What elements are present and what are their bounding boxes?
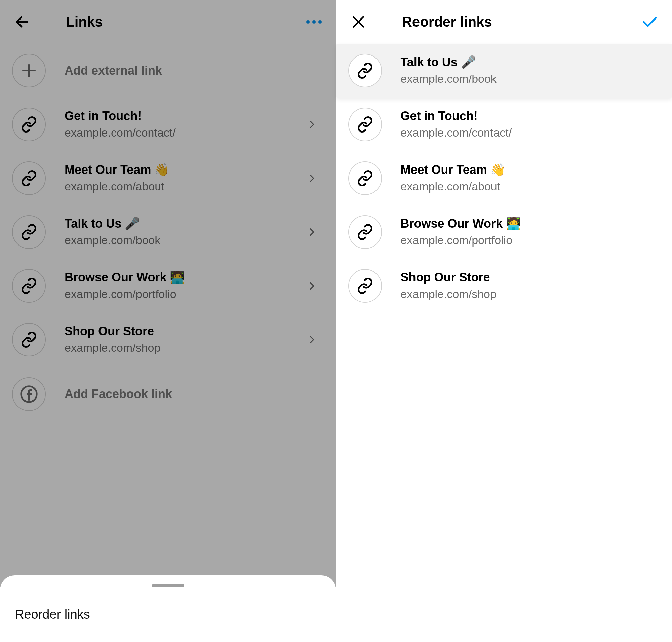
link-title: Meet Our Team 👋 xyxy=(401,162,660,178)
close-button[interactable] xyxy=(348,12,369,32)
chevron-right-icon xyxy=(307,171,317,185)
link-row[interactable]: Get in Touch!example.com/contact/ xyxy=(0,98,336,151)
link-title: Talk to Us 🎤 xyxy=(401,54,660,70)
more-horizontal-icon xyxy=(306,20,322,24)
add-external-link-row[interactable]: Add external link xyxy=(0,44,336,98)
link-url: example.com/shop xyxy=(65,340,305,356)
link-icon-circle xyxy=(12,269,46,303)
reorder-link-row[interactable]: Talk to Us 🎤example.com/book xyxy=(336,44,672,98)
link-icon xyxy=(20,331,38,348)
link-icon-circle xyxy=(348,54,382,88)
link-title: Shop Our Store xyxy=(401,269,660,286)
link-icon-circle xyxy=(348,269,382,303)
link-icon xyxy=(20,116,38,133)
add-facebook-link-label: Add Facebook link xyxy=(65,386,324,402)
svg-point-1 xyxy=(306,20,310,24)
reorder-link-row[interactable]: Shop Our Storeexample.com/shop xyxy=(336,259,672,313)
plus-icon xyxy=(21,63,37,79)
link-icon xyxy=(356,277,374,295)
link-icon-circle xyxy=(12,323,46,357)
facebook-icon-circle xyxy=(12,377,46,411)
link-url: example.com/book xyxy=(65,232,305,248)
link-url: example.com/about xyxy=(401,178,660,195)
reorder-link-row[interactable]: Meet Our Team 👋example.com/about xyxy=(336,151,672,205)
link-chevron xyxy=(305,333,319,346)
reorder-links-screen: Reorder links Talk to Us 🎤example.com/bo… xyxy=(336,0,672,642)
link-icon xyxy=(20,223,38,241)
link-url: example.com/contact/ xyxy=(401,125,660,141)
reorder-sheet[interactable]: Reorder links xyxy=(0,575,336,642)
link-icon-circle xyxy=(348,107,382,141)
link-chevron xyxy=(305,225,319,239)
chevron-right-icon xyxy=(307,332,317,347)
link-url: example.com/contact/ xyxy=(65,125,305,141)
sheet-drag-handle[interactable] xyxy=(152,584,184,587)
link-url: example.com/portfolio xyxy=(401,232,660,248)
link-icon-circle xyxy=(12,162,46,195)
link-icon-circle xyxy=(12,107,46,141)
reorder-link-row[interactable]: Get in Touch!example.com/contact/ xyxy=(336,98,672,151)
link-title: Get in Touch! xyxy=(401,108,660,125)
link-url: example.com/about xyxy=(65,178,305,195)
link-title: Browse Our Work 🧑‍💻 xyxy=(65,269,305,286)
chevron-right-icon xyxy=(307,117,317,132)
svg-point-2 xyxy=(312,20,316,24)
link-title: Shop Our Store xyxy=(65,323,305,340)
link-icon-circle xyxy=(12,215,46,249)
link-url: example.com/book xyxy=(401,70,660,87)
reorder-title: Reorder links xyxy=(402,14,492,30)
link-row[interactable]: Talk to Us 🎤example.com/book xyxy=(0,205,336,259)
check-icon xyxy=(640,14,660,30)
sheet-reorder-links-option[interactable]: Reorder links xyxy=(15,607,321,622)
link-icon-circle xyxy=(348,162,382,195)
link-icon-circle xyxy=(348,215,382,249)
back-button[interactable] xyxy=(12,12,32,32)
link-icon xyxy=(356,223,374,241)
link-chevron xyxy=(305,279,319,293)
link-chevron xyxy=(305,118,319,131)
chevron-right-icon xyxy=(307,224,317,240)
confirm-button[interactable] xyxy=(640,12,660,32)
link-icon xyxy=(356,116,374,133)
link-row[interactable]: Meet Our Team 👋example.com/about xyxy=(0,151,336,205)
close-icon xyxy=(351,14,366,29)
link-url: example.com/shop xyxy=(401,286,660,302)
add-facebook-link-row[interactable]: Add Facebook link xyxy=(0,367,336,421)
link-title: Browse Our Work 🧑‍💻 xyxy=(401,216,660,232)
back-arrow-icon xyxy=(14,14,30,30)
reorder-link-row[interactable]: Browse Our Work 🧑‍💻example.com/portfolio xyxy=(336,205,672,259)
add-icon-circle xyxy=(12,54,46,88)
facebook-icon xyxy=(20,385,38,403)
link-chevron xyxy=(305,171,319,185)
links-topbar: Links xyxy=(0,0,336,44)
link-row[interactable]: Shop Our Storeexample.com/shop xyxy=(0,313,336,367)
chevron-right-icon xyxy=(307,279,317,293)
link-title: Talk to Us 🎤 xyxy=(65,216,305,232)
link-icon xyxy=(20,169,38,187)
links-title: Links xyxy=(66,14,103,30)
link-title: Meet Our Team 👋 xyxy=(65,162,305,178)
links-screen: Links Add external link Get in Touch!exa… xyxy=(0,0,336,642)
link-icon xyxy=(356,62,374,79)
more-options-button[interactable] xyxy=(304,12,324,32)
link-title: Get in Touch! xyxy=(65,108,305,125)
add-external-link-label: Add external link xyxy=(65,63,324,79)
link-icon xyxy=(356,169,374,187)
link-icon xyxy=(20,277,38,295)
link-url: example.com/portfolio xyxy=(65,286,305,302)
reorder-topbar: Reorder links xyxy=(336,0,672,44)
link-row[interactable]: Browse Our Work 🧑‍💻example.com/portfolio xyxy=(0,259,336,313)
svg-point-3 xyxy=(318,20,322,24)
